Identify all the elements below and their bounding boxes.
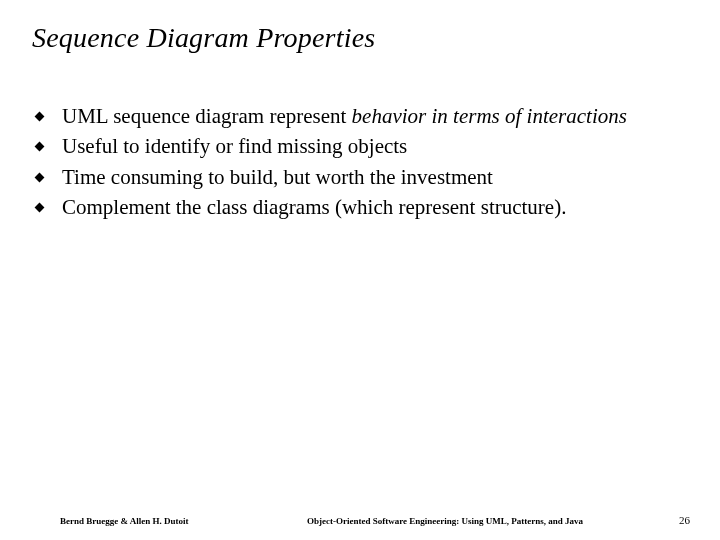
bullet-text-pre: Complement the class diagrams (which rep… (62, 195, 566, 219)
list-item: Complement the class diagrams (which rep… (34, 193, 680, 221)
diamond-icon (35, 172, 45, 182)
bullet-text-em: behavior in terms of interactions (352, 104, 627, 128)
diamond-icon (35, 112, 45, 122)
slide-title: Sequence Diagram Properties (32, 22, 690, 54)
footer-book-title: Object-Oriented Software Engineering: Us… (240, 516, 650, 526)
slide: Sequence Diagram Properties UML sequence… (0, 0, 720, 540)
list-item: Useful to identify or find missing objec… (34, 132, 680, 160)
bullet-list: UML sequence diagram represent behavior … (30, 102, 690, 221)
diamond-icon (35, 203, 45, 213)
list-item: UML sequence diagram represent behavior … (34, 102, 680, 130)
list-item: Time consuming to build, but worth the i… (34, 163, 680, 191)
footer: Bernd Bruegge & Allen H. Dutoit Object-O… (0, 514, 720, 526)
footer-authors: Bernd Bruegge & Allen H. Dutoit (60, 516, 240, 526)
footer-page-number: 26 (650, 514, 690, 526)
bullet-text-pre: Time consuming to build, but worth the i… (62, 165, 493, 189)
bullet-text-pre: UML sequence diagram represent (62, 104, 352, 128)
bullet-text-pre: Useful to identify or find missing objec… (62, 134, 407, 158)
diamond-icon (35, 142, 45, 152)
